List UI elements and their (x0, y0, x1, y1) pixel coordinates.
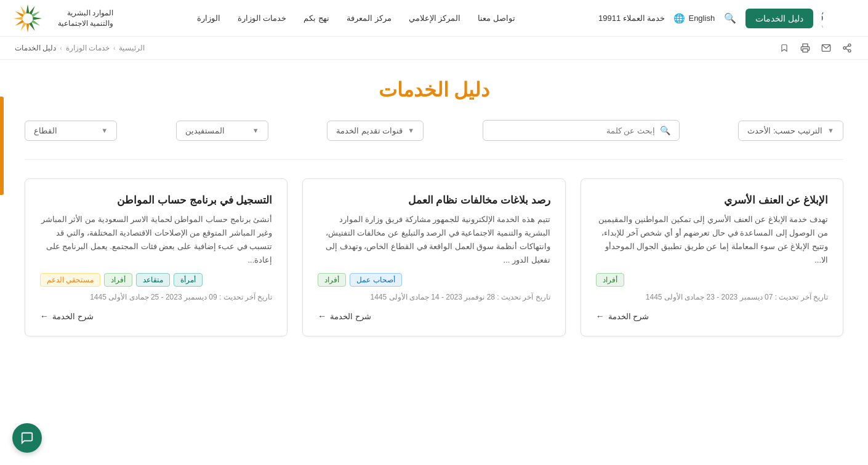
globe-icon: 🌐 (673, 13, 685, 24)
card-1-link-label: شرح الخدمة (608, 312, 649, 321)
beneficiaries-filter[interactable]: ▼ المستفيدين (176, 121, 268, 141)
card-1-date: تاريخ آخر تحديث : 07 ديسمبر 2023 - 23 جم… (596, 293, 828, 301)
bookmark-icon[interactable] (778, 42, 790, 54)
main-content: دليل الخدمات ▼ الترتيب حسب: الأحدث 🔍 ▼ ق… (0, 60, 868, 355)
arrow-left-icon-2: ← (318, 311, 326, 321)
svg-marker-3 (26, 4, 30, 13)
nav-ministry[interactable]: الوزارة (197, 14, 220, 23)
chevron-down-icon: ▼ (827, 127, 834, 134)
svg-line-19 (846, 49, 849, 50)
cards-grid: الإبلاغ عن العنف الأسري تهدف خدمة الإبلا… (25, 178, 843, 336)
card-3-desc: أنشئ برنامج حساب المواطن لحماية الاسر ال… (40, 213, 272, 267)
card-2-link-label: شرح الخدمة (330, 312, 371, 321)
card-3-tags: أمرأة متقاعد أفراد مستحقي الدعم (40, 273, 272, 287)
card-1-tags: أفراد (596, 273, 828, 287)
nav-help[interactable]: نهج بكم (303, 14, 329, 23)
channels-label: قنوات تقديم الخدمة (336, 126, 403, 135)
navbar-left: رؤية 2030 KINGDOM OF SAUDI ARABIA دليل ا… (598, 6, 856, 31)
card-3: التسجيل في برنامج حساب المواطن أنشئ برنا… (25, 178, 287, 336)
tag-support: مستحقي الدعم (40, 273, 100, 287)
arrow-left-icon: ← (596, 311, 605, 321)
share-icon[interactable] (841, 42, 853, 54)
sector-filter[interactable]: ▼ القطاع (25, 121, 117, 141)
ministry-name: الموارد البشرية والتنمية الاجتماعية (58, 8, 113, 29)
navbar-center: تواصل معنا المركز الإعلامي مركز المعرفة … (113, 14, 598, 23)
svg-text:2030: 2030 (822, 14, 823, 23)
svg-text:KINGDOM OF SAUDI ARABIA: KINGDOM OF SAUDI ARABIA (822, 25, 823, 28)
card-3-link-label: شرح الخدمة (52, 312, 94, 321)
sort-label: الترتيب حسب: الأحدث (747, 126, 822, 135)
sector-label: القطاع (34, 126, 57, 135)
search-icon[interactable]: 🔍 (723, 12, 737, 25)
beneficiaries-label: المستفيدين (185, 126, 225, 135)
chevron-down-icon-channels: ▼ (408, 127, 414, 134)
tag-employers: أصحاب عمل (350, 273, 401, 287)
toolbar: الرئيسية › خدمات الوزارة › دليل الخدمات (0, 37, 868, 60)
svg-point-16 (848, 44, 851, 46)
card-2-title: رصد بلاغات مخالفات نظام العمل (318, 194, 550, 207)
card-2-date: تاريخ آخر تحديث : 28 نوفمبر 2023 - 14 جم… (318, 293, 550, 301)
svg-marker-9 (26, 23, 30, 33)
page-title: دليل الخدمات (25, 78, 843, 101)
chevron-down-icon-sector: ▼ (101, 127, 108, 134)
navbar: رؤية 2030 KINGDOM OF SAUDI ARABIA دليل ا… (0, 0, 868, 37)
card-2-link[interactable]: شرح الخدمة ← (318, 311, 550, 321)
ministry-logo (12, 3, 43, 34)
card-1-title: الإبلاغ عن العنف الأسري (596, 194, 828, 207)
nav-media[interactable]: المركز الإعلامي (409, 14, 461, 23)
svg-point-18 (848, 50, 851, 52)
card-2: رصد بلاغات مخالفات نظام العمل تتيم هذه ا… (302, 178, 565, 336)
card-1-desc: تهدف خدمة الإبلاغ عن العنف الأسري إلى تم… (596, 213, 828, 267)
tag-individuals-3: أفراد (104, 273, 132, 287)
svg-marker-12 (14, 17, 23, 20)
breadcrumb: الرئيسية › خدمات الوزارة › دليل الخدمات (15, 44, 770, 52)
tag-individuals: أفراد (596, 273, 624, 287)
sort-filter[interactable]: ▼ الترتيب حسب: الأحدث (738, 121, 843, 141)
card-3-title: التسجيل في برنامج حساب المواطن (40, 194, 272, 207)
print-icon[interactable] (799, 42, 811, 54)
nav-knowledge[interactable]: مركز المعرفة (347, 14, 392, 23)
breadcrumb-sep-2: › (60, 45, 62, 52)
breadcrumb-current: دليل الخدمات (15, 44, 56, 52)
search-input[interactable] (492, 126, 655, 135)
tag-woman: أمرأة (174, 273, 203, 287)
navbar-right: الموارد البشرية والتنمية الاجتماعية (12, 3, 113, 34)
chevron-down-icon-benef: ▼ (252, 127, 259, 134)
arrow-left-icon-3: ← (40, 311, 49, 321)
card-3-link[interactable]: شرح الخدمة ← (40, 311, 272, 321)
card-1: الإبلاغ عن العنف الأسري تهدف خدمة الإبلا… (581, 178, 843, 336)
breadcrumb-home[interactable]: الرئيسية (119, 44, 145, 52)
vision-logo: رؤية 2030 KINGDOM OF SAUDI ARABIA (822, 6, 856, 31)
email-icon[interactable] (820, 42, 832, 54)
breadcrumb-ministry-services[interactable]: خدمات الوزارة (66, 44, 110, 52)
search-icon: 🔍 (660, 125, 670, 135)
page-wrapper: دليل الخدمات ▼ الترتيب حسب: الأحدث 🔍 ▼ ق… (0, 60, 868, 355)
filters-row: ▼ الترتيب حسب: الأحدث 🔍 ▼ قنوات تقديم ال… (25, 120, 843, 141)
divider (25, 159, 843, 160)
customer-service-link[interactable]: خدمة العملاء 19911 (598, 14, 665, 23)
card-1-link[interactable]: شرح الخدمة ← (596, 311, 828, 321)
nav-ministry-services[interactable]: خدمات الوزارة (238, 14, 287, 23)
language-label: English (688, 14, 715, 23)
nav-contact[interactable]: تواصل معنا (478, 14, 515, 23)
tag-individuals-2: أفراد (318, 273, 346, 287)
breadcrumb-sep-1: › (113, 45, 115, 52)
svg-rect-22 (803, 49, 808, 52)
svg-marker-6 (33, 17, 42, 20)
services-button[interactable]: دليل الخدمات (745, 9, 813, 28)
svg-point-17 (843, 47, 846, 49)
card-2-desc: تتيم هذه الخدمة الإلكترونية للجمهور مشار… (318, 213, 550, 267)
svg-line-20 (846, 46, 849, 47)
language-selector[interactable]: English 🌐 (673, 13, 715, 24)
card-3-date: تاريخ آخر تحديث : 09 ديسمبر 2023 - 25 جم… (40, 293, 272, 301)
search-wrap: 🔍 (483, 120, 680, 141)
svg-point-15 (23, 14, 31, 22)
tag-retiree: متقاعد (136, 273, 170, 287)
gold-accent (0, 97, 4, 195)
channels-filter[interactable]: ▼ قنوات تقديم الخدمة (327, 121, 424, 141)
card-2-tags: أصحاب عمل أفراد (318, 273, 550, 287)
